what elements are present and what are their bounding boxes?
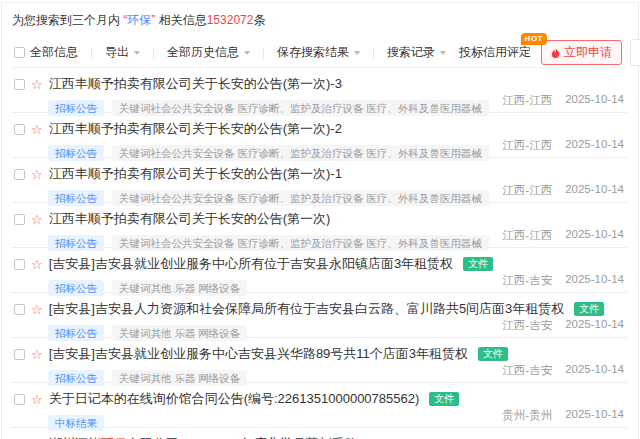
- date-label: 2025-10-14: [565, 138, 624, 153]
- menu-history[interactable]: 全部历史信息: [154, 44, 263, 61]
- toolbar: 全部信息 导出 全部历史信息 保存搜索结果 搜索记录: [12, 38, 628, 68]
- row-checkbox[interactable]: [14, 169, 25, 180]
- result-row: ☆ 江西丰顺予拍卖有限公司关于长安的公告(第一次)-2 招标公告 关键词社会公共…: [12, 113, 628, 158]
- credit-rating-text: 投标信用评定: [459, 45, 531, 59]
- result-list: ☆ 江西丰顺予拍卖有限公司关于长安的公告(第一次)-3 招标公告 关键词社会公共…: [12, 68, 628, 439]
- chevron-down-icon: [134, 51, 140, 55]
- file-badge: 文件: [429, 392, 459, 406]
- result-title-line: ☆ 江西丰顺予拍卖有限公司关于长安的公告(第一次): [14, 210, 628, 228]
- result-title-link[interactable]: 潮州深能环保有限公司2025-2026年度化学品药剂采购: [49, 435, 358, 439]
- chevron-down-icon: [440, 51, 446, 55]
- favorite-star-icon[interactable]: ☆: [31, 258, 43, 271]
- favorite-star-icon[interactable]: ☆: [31, 213, 43, 226]
- select-all[interactable]: 全部信息: [12, 44, 91, 61]
- row-checkbox[interactable]: [14, 394, 25, 405]
- date-label: 2025-10-14: [565, 273, 624, 288]
- region-label: 江西-吉安: [502, 318, 552, 333]
- search-keyword: 环保: [127, 13, 151, 27]
- result-title-line: ☆ 江西丰顺予拍卖有限公司关于长安的公告(第一次)-3: [14, 75, 628, 93]
- favorite-star-icon[interactable]: ☆: [31, 168, 43, 181]
- apply-now-label: 立即申请: [564, 44, 612, 61]
- result-row: ☆ [吉安县]吉安县人力资源和社会保障局所有位于吉安县白云路、富川路共5间店面3…: [12, 293, 628, 338]
- credit-rating-label: 投标信用评定 HOT: [459, 44, 533, 61]
- favorite-star-icon[interactable]: ☆: [31, 123, 43, 136]
- file-badge: 文件: [574, 302, 604, 316]
- menu-history-label: 全部历史信息: [167, 44, 239, 61]
- result-title-line: ☆ 潮州深能环保有限公司2025-2026年度化学品药剂采购: [14, 435, 628, 439]
- date-label: 2025-10-14: [565, 318, 624, 333]
- result-title-link[interactable]: 江西丰顺予拍卖有限公司关于长安的公告(第一次): [49, 210, 331, 228]
- region-label: 江西-江西: [502, 93, 552, 108]
- prev-page-button[interactable]: 上一页: [630, 39, 640, 66]
- date-label: 2025-10-14: [565, 183, 624, 198]
- search-results-panel: 为您搜索到三个月内 “环保” 相关信息1532072条 全部信息 导出 全部历史…: [1, 2, 639, 439]
- result-title-line: ☆ [吉安县]吉安县就业创业服务中心吉安县兴华路89号共11个店面3年租赁权 文…: [14, 345, 628, 363]
- result-row: ☆ 江西丰顺予拍卖有限公司关于长安的公告(第一次) 招标公告 关键词社会公共安全…: [12, 203, 628, 248]
- summary-suffix: 条: [253, 13, 265, 27]
- favorite-star-icon[interactable]: ☆: [31, 348, 43, 361]
- result-title-line: ☆ [吉安县]吉安县就业创业服务中心所有位于吉安县永阳镇店面3年租赁权 文件: [14, 255, 628, 273]
- result-meta: 江西-江西 2025-10-14: [502, 183, 624, 198]
- file-badge: 文件: [463, 257, 493, 271]
- result-meta: 江西-江西 2025-10-14: [502, 138, 624, 153]
- summary-prefix: 为您搜索到三个月内: [12, 13, 120, 27]
- row-checkbox[interactable]: [14, 214, 25, 225]
- result-meta: 江西-吉安 2025-10-14: [502, 318, 624, 333]
- select-all-checkbox[interactable]: [14, 47, 25, 58]
- row-checkbox[interactable]: [14, 304, 25, 315]
- file-badge: 文件: [478, 347, 508, 361]
- chevron-down-icon: [244, 51, 250, 55]
- row-checkbox[interactable]: [14, 349, 25, 360]
- row-checkbox[interactable]: [14, 124, 25, 135]
- date-label: 2025-10-14: [565, 228, 624, 243]
- flame-icon: [551, 47, 560, 59]
- result-title-link[interactable]: [吉安县]吉安县就业创业服务中心所有位于吉安县永阳镇店面3年租赁权: [49, 255, 453, 273]
- date-label: 2025-10-14: [565, 93, 624, 108]
- favorite-star-icon[interactable]: ☆: [31, 78, 43, 91]
- row-checkbox[interactable]: [14, 259, 25, 270]
- menu-save-search[interactable]: 保存搜索结果: [264, 44, 373, 61]
- result-row: ☆ 江西丰顺予拍卖有限公司关于长安的公告(第一次)-3 招标公告 关键词社会公共…: [12, 68, 628, 113]
- result-title-line: ☆ [吉安县]吉安县人力资源和社会保障局所有位于吉安县白云路、富川路共5间店面3…: [14, 300, 628, 318]
- result-meta: 江西-江西 2025-10-14: [502, 228, 624, 243]
- result-row: ☆ 潮州深能环保有限公司2025-2026年度化学品药剂采购: [12, 428, 628, 439]
- menu-export-label: 导出: [105, 44, 129, 61]
- result-row: ☆ 江西丰顺予拍卖有限公司关于长安的公告(第一次)-1 招标公告 关键词社会公共…: [12, 158, 628, 203]
- toolbar-left: 全部信息 导出 全部历史信息 保存搜索结果 搜索记录: [12, 44, 459, 61]
- row-checkbox[interactable]: [14, 79, 25, 90]
- menu-export[interactable]: 导出: [92, 44, 153, 61]
- region-label: 江西-江西: [502, 228, 552, 243]
- result-title-link[interactable]: [吉安县]吉安县人力资源和社会保障局所有位于吉安县白云路、富川路共5间店面3年租…: [49, 300, 565, 318]
- region-label: 江西-吉安: [502, 363, 552, 378]
- region-label: 江西-吉安: [502, 273, 552, 288]
- apply-now-button[interactable]: 立即申请: [541, 40, 622, 65]
- result-title-link[interactable]: 江西丰顺予拍卖有限公司关于长安的公告(第一次)-1: [49, 165, 342, 183]
- chevron-down-icon: [354, 51, 360, 55]
- favorite-star-icon[interactable]: ☆: [31, 303, 43, 316]
- quote-close: ”: [151, 13, 155, 27]
- result-title-line: ☆ 关于日记本的在线询价馆合同公告(编号:2261351000000785562…: [14, 390, 628, 408]
- result-meta: 贵州-贵州 2025-10-14: [502, 408, 624, 423]
- result-title-link[interactable]: [吉安县]吉安县就业创业服务中心吉安县兴华路89号共11个店面3年租赁权: [49, 345, 468, 363]
- hot-badge: HOT: [521, 33, 547, 45]
- result-title-link[interactable]: 江西丰顺予拍卖有限公司关于长安的公告(第一次)-3: [49, 75, 342, 93]
- result-title-link[interactable]: 关于日记本的在线询价馆合同公告(编号:2261351000000785562): [49, 390, 420, 408]
- date-label: 2025-10-14: [565, 363, 624, 378]
- menu-search-records[interactable]: 搜索记录: [374, 44, 459, 61]
- result-title-line: ☆ 江西丰顺予拍卖有限公司关于长安的公告(第一次)-2: [14, 120, 628, 138]
- result-meta: 江西-江西 2025-10-14: [502, 93, 624, 108]
- region-label: 江西-江西: [502, 183, 552, 198]
- result-count: 1532072: [207, 13, 254, 27]
- result-row: ☆ 关于日记本的在线询价馆合同公告(编号:2261351000000785562…: [12, 383, 628, 428]
- select-all-label: 全部信息: [30, 44, 78, 61]
- result-title-line: ☆ 江西丰顺予拍卖有限公司关于长安的公告(第一次)-1: [14, 165, 628, 183]
- result-title-link[interactable]: 江西丰顺予拍卖有限公司关于长安的公告(第一次)-2: [49, 120, 342, 138]
- date-label: 2025-10-14: [565, 408, 624, 423]
- result-meta: 江西-吉安 2025-10-14: [502, 273, 624, 288]
- region-label: 江西-江西: [502, 138, 552, 153]
- summary-middle: 相关信息: [159, 13, 207, 27]
- region-label: 贵州-贵州: [502, 408, 552, 423]
- menu-save-search-label: 保存搜索结果: [277, 44, 349, 61]
- favorite-star-icon[interactable]: ☆: [31, 393, 43, 406]
- search-summary: 为您搜索到三个月内 “环保” 相关信息1532072条: [12, 3, 628, 29]
